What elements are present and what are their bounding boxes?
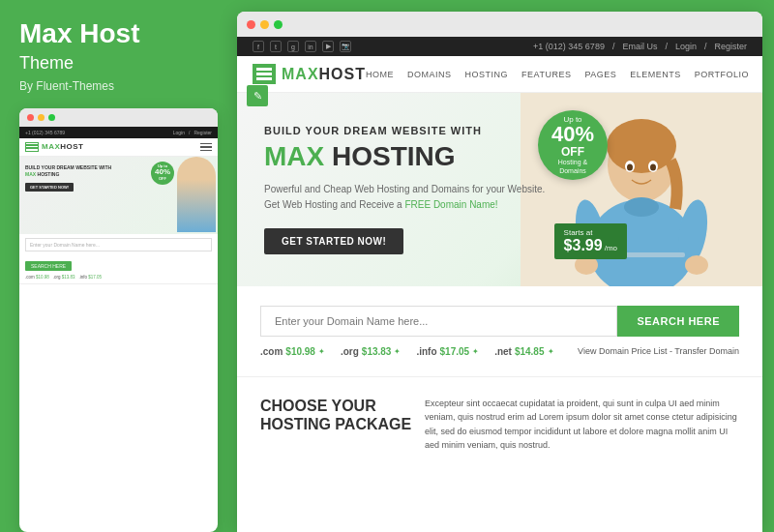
mini-badge: Up to 40% OFF — [151, 162, 174, 185]
hosting-title: CHOOSE YOUR HOSTING PACKAGE — [260, 397, 415, 433]
twitter-icon[interactable]: t — [270, 41, 282, 52]
price-info: .info $17.05 ✦ — [416, 346, 479, 357]
nav-home[interactable]: HOME — [366, 70, 394, 79]
site-logo-icon — [253, 64, 276, 84]
site-logo: MAXHOST — [253, 64, 366, 84]
price-org: .org $13.83 ✦ — [341, 346, 401, 357]
badge-sub1: Hosting & Domains — [558, 159, 587, 175]
mini-dot-yellow — [38, 114, 45, 121]
dot-red — [247, 20, 255, 29]
linkedin-icon[interactable]: in — [305, 41, 316, 52]
mini-dot-green — [48, 114, 55, 121]
badge-off: OFF — [561, 145, 584, 159]
hero-subtitle: BUILD YOUR DREAM WEBSITE WITH — [264, 125, 743, 136]
mini-domain-section: Enter your Domain Name here... SEARCH HE… — [19, 234, 218, 284]
theme-subtitle: Theme — [19, 53, 218, 74]
mini-dot-red — [27, 114, 34, 121]
nav-features[interactable]: FEATURES — [521, 70, 571, 79]
nav-portfolio[interactable]: PORTFOLIO — [695, 70, 749, 79]
mini-domain-prices: .com $10.98 .org $13.83 .info $17.05 — [25, 275, 212, 280]
hero-price-mo: /mo — [605, 244, 617, 252]
mini-sep: / — [189, 130, 190, 135]
price-net: .net $14.85 ✦ — [494, 346, 553, 357]
mini-hero-text: BUILD YOUR DREAM WEBSITE WITH MAX HOSTIN… — [25, 164, 137, 192]
dot-yellow — [260, 20, 269, 29]
mini-price-info: .info $17.05 — [79, 275, 103, 280]
mini-logo-icon — [25, 142, 39, 152]
domain-search-button[interactable]: SEARCH HERE — [617, 306, 739, 337]
svg-point-12 — [685, 255, 708, 275]
googleplus-icon[interactable]: g — [287, 41, 299, 52]
nav-elements[interactable]: ELEMENTS — [630, 70, 681, 79]
hero-discount-badge: Up to 40% OFF Hosting & Domains — [538, 110, 608, 180]
mini-domain-input[interactable]: Enter your Domain Name here... — [25, 238, 212, 251]
left-panel: Max Host Theme By Fluent-Themes +1 (012)… — [0, 0, 237, 532]
nav-pages[interactable]: PAGES — [584, 70, 616, 79]
mini-domain-btn[interactable]: SEARCH HERE — [25, 261, 72, 271]
theme-author: By Fluent-Themes — [19, 79, 218, 93]
edit-overlay-button[interactable]: ✎ — [247, 85, 268, 106]
domain-prices-row: .com $10.98 ✦ .org $13.83 ✦ .info $17.05… — [260, 346, 739, 357]
site-nav-menu: HOME DOMAINS HOSTING FEATURES PAGES ELEM… — [366, 70, 762, 79]
dot-green — [274, 20, 283, 29]
mini-price-com: .com $10.98 — [25, 275, 49, 280]
mini-browser-bar — [19, 108, 218, 127]
nav-hosting[interactable]: HOSTING — [465, 70, 509, 79]
browser-chrome-bar — [237, 12, 762, 37]
mini-register: Register — [194, 130, 212, 135]
site-topbar: f t g in ▶ 📷 +1 (012) 345 6789 / Email U… — [237, 37, 762, 56]
hosting-desc: Excepteur sint occaecat cupidatat ia pro… — [415, 397, 739, 453]
mini-phone: +1 (012) 345 6789 — [25, 130, 65, 135]
mini-nav-links: Login / Register — [173, 130, 212, 135]
mini-price-org: .org $13.83 — [53, 275, 75, 280]
mini-hero: BUILD YOUR DREAM WEBSITE WITH MAX HOSTIN… — [19, 157, 218, 234]
domain-search-input[interactable] — [260, 306, 617, 337]
mini-login: Login — [173, 130, 185, 135]
topbar-login-link[interactable]: Login — [675, 42, 697, 51]
topbar-email-link[interactable]: Email Us — [622, 42, 657, 51]
mini-topbar: +1 (012) 345 6789 Login / Register — [19, 127, 218, 138]
main-browser: f t g in ▶ 📷 +1 (012) 345 6789 / Email U… — [237, 12, 762, 532]
logo-green-part: MAX — [282, 66, 319, 82]
topbar-social: f t g in ▶ 📷 — [253, 41, 351, 52]
topbar-links: +1 (012) 345 6789 / Email Us / Login / R… — [533, 42, 747, 51]
hosting-section: CHOOSE YOUR HOSTING PACKAGE Excepteur si… — [237, 377, 762, 472]
site-logo-text: MAXHOST — [282, 66, 366, 83]
topbar-sep2: / — [665, 42, 668, 51]
topbar-phone: +1 (012) 345 6789 — [533, 42, 605, 51]
topbar-sep3: / — [704, 42, 707, 51]
mini-logo: MAXHOST — [25, 142, 84, 152]
youtube-icon[interactable]: ▶ — [322, 41, 334, 52]
domain-section: SEARCH HERE .com $10.98 ✦ .org $13.83 ✦ … — [237, 286, 762, 377]
mini-logo-text: MAXHOST — [42, 142, 84, 151]
mini-header: MAXHOST — [19, 138, 218, 157]
hero-price-value: $3.99 — [564, 237, 603, 254]
badge-pct: 40% — [551, 124, 594, 145]
hero-title: MAX HOSTING — [264, 142, 743, 172]
hero-desc: Powerful and Cheap Web Hosting and Domai… — [264, 182, 554, 213]
topbar-sep1: / — [612, 42, 615, 51]
hero-content: BUILD YOUR DREAM WEBSITE WITH MAX HOSTIN… — [264, 125, 743, 254]
hero-section: BUILD YOUR DREAM WEBSITE WITH MAX HOSTIN… — [237, 93, 762, 286]
mini-woman-illustration — [177, 157, 216, 232]
theme-title: Max Host — [19, 19, 218, 49]
domain-search-row: SEARCH HERE — [260, 306, 739, 337]
mini-hamburger-icon[interactable] — [200, 143, 212, 152]
hero-title-green: MAX — [264, 141, 324, 171]
hero-cta-button[interactable]: GET STARTED NOW! — [264, 228, 403, 254]
price-com: .com $10.98 ✦ — [260, 346, 325, 357]
facebook-icon[interactable]: f — [253, 41, 264, 52]
instagram-icon[interactable]: 📷 — [340, 41, 351, 52]
topbar-register-link[interactable]: Register — [714, 42, 747, 51]
mini-hero-btn: GET STARTED NOW! — [25, 183, 74, 192]
site-nav: MAXHOST HOME DOMAINS HOSTING FEATURES PA… — [237, 56, 762, 93]
site-content: f t g in ▶ 📷 +1 (012) 345 6789 / Email U… — [237, 37, 762, 532]
hosting-title-area: CHOOSE YOUR HOSTING PACKAGE — [260, 397, 415, 453]
nav-domains[interactable]: DOMAINS — [407, 70, 452, 79]
domain-view-link[interactable]: View Domain Price List - Transfer Domain — [578, 346, 739, 357]
hero-price-tag: Starts at $3.99 /mo — [554, 223, 627, 259]
mini-browser-preview: +1 (012) 345 6789 Login / Register MAXHO… — [19, 108, 218, 532]
